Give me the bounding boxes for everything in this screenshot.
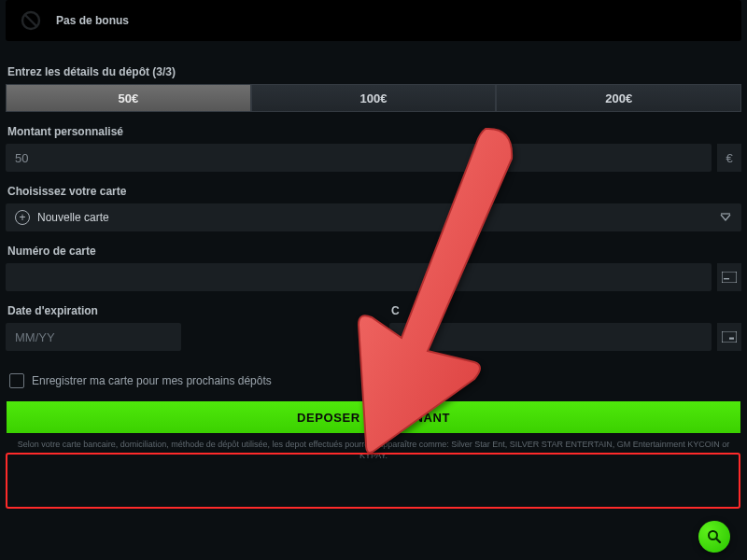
expiry-input[interactable] bbox=[6, 323, 181, 351]
expiry-label: Date d'expiration bbox=[7, 304, 358, 317]
amount-option-200[interactable]: 200€ bbox=[496, 84, 741, 112]
custom-amount-input[interactable] bbox=[6, 144, 712, 172]
svg-rect-5 bbox=[729, 338, 734, 340]
amount-option-100[interactable]: 100€ bbox=[251, 84, 497, 112]
deposit-details-heading: Entrez les détails du dépôt (3/3) bbox=[7, 65, 741, 78]
bonus-label: Pas de bonus bbox=[56, 14, 129, 27]
cvv-input[interactable] bbox=[389, 323, 712, 351]
custom-amount-label: Montant personnalisé bbox=[7, 125, 741, 138]
disclaimer-text: Selon votre carte bancaire, domiciliatio… bbox=[6, 439, 741, 461]
chevron-down-icon bbox=[719, 211, 732, 224]
plus-icon: + bbox=[15, 210, 30, 225]
svg-rect-4 bbox=[722, 331, 737, 343]
bonus-option-row[interactable]: Pas de bonus bbox=[6, 0, 741, 41]
card-number-label: Numéro de carte bbox=[7, 245, 741, 258]
card-icon bbox=[717, 263, 741, 291]
currency-symbol: € bbox=[717, 144, 741, 172]
svg-rect-3 bbox=[724, 278, 729, 279]
deposit-now-button[interactable]: DEPOSER MAINTENANT bbox=[7, 401, 740, 433]
svg-line-1 bbox=[25, 15, 36, 26]
cvv-label: C bbox=[391, 304, 741, 317]
card-select-value: Nouvelle carte bbox=[37, 211, 109, 224]
save-card-checkbox[interactable]: Enregistrer ma carte pour mes prochains … bbox=[9, 373, 741, 388]
cvv-card-icon bbox=[717, 323, 741, 351]
svg-rect-2 bbox=[722, 272, 737, 283]
no-bonus-icon bbox=[6, 9, 56, 32]
amount-presets: 50€ 100€ 200€ bbox=[6, 84, 741, 112]
card-number-input[interactable] bbox=[6, 263, 712, 291]
amount-option-50[interactable]: 50€ bbox=[6, 84, 251, 112]
search-icon bbox=[707, 529, 722, 544]
help-fab-button[interactable] bbox=[698, 521, 730, 553]
svg-line-7 bbox=[716, 539, 720, 542]
checkbox-box bbox=[9, 373, 24, 388]
save-card-label: Enregistrer ma carte pour mes prochains … bbox=[32, 374, 272, 387]
card-select-label: Choisissez votre carte bbox=[7, 185, 741, 198]
card-select[interactable]: + Nouvelle carte bbox=[6, 203, 741, 231]
